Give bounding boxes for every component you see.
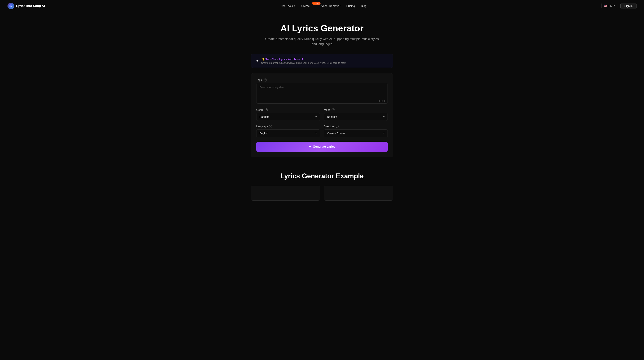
- logo-text: Lyrics Into Song AI: [16, 4, 45, 8]
- example-section: Lyrics Generator Example: [251, 169, 393, 200]
- promo-title: ✨ Turn Your Lyrics into Music!: [261, 58, 346, 61]
- nav-free-tools[interactable]: Free Tools ▾: [280, 4, 296, 7]
- language-structure-row: Language ? English Spanish French German…: [256, 125, 388, 137]
- structure-label: Structure ?: [324, 125, 388, 128]
- topic-label: Topic ?: [256, 78, 388, 81]
- generate-wrapper: ✦ Generate Lyrics: [256, 142, 388, 152]
- genre-select[interactable]: Random Pop Rock Hip-Hop R&B Country Jazz…: [256, 113, 320, 121]
- char-count: 0/1000: [378, 100, 386, 102]
- mood-select[interactable]: Random Happy Sad Energetic Calm Romantic…: [324, 113, 388, 121]
- structure-group: Structure ? Verse + Chorus Verse only Ch…: [324, 125, 388, 137]
- example-cards: [251, 185, 393, 200]
- navbar-nav: Free Tools ▾ Create 🔥 HOT Vocal Remover …: [280, 4, 366, 7]
- topic-textarea-wrapper: 0/1000: [256, 83, 388, 104]
- promo-text: ✨ Turn Your Lyrics into Music! Create an…: [261, 58, 346, 64]
- language-select[interactable]: English Spanish French German Italian Po…: [256, 129, 320, 137]
- language-help-icon[interactable]: ?: [269, 125, 272, 128]
- navbar-right: 🇺🇸 EN ⌃ Sign In: [602, 3, 636, 9]
- mood-group: Mood ? Random Happy Sad Energetic Calm R…: [324, 108, 388, 121]
- structure-help-icon[interactable]: ?: [336, 125, 339, 128]
- navbar: JJJ Lyrics Into Song AI Free Tools ▾ Cre…: [0, 0, 644, 12]
- mood-label: Mood ?: [324, 108, 388, 111]
- example-card-1: [251, 185, 320, 200]
- topic-group: Topic ? 0/1000: [256, 78, 388, 104]
- topic-input[interactable]: [256, 83, 388, 104]
- sign-in-button[interactable]: Sign In: [620, 3, 636, 9]
- nav-blog[interactable]: Blog: [361, 4, 366, 7]
- topic-help-icon[interactable]: ?: [264, 78, 266, 81]
- chevron-down-icon: ▾: [294, 5, 295, 7]
- hot-badge: 🔥 HOT: [312, 2, 320, 5]
- logo-icon: JJJ: [8, 2, 14, 9]
- page-subtitle: Create professional-quality lyrics quick…: [264, 36, 380, 46]
- sparkle-promo-icon: ✦: [256, 58, 259, 63]
- lang-code: EN: [608, 4, 612, 7]
- mood-help-icon[interactable]: ?: [332, 108, 334, 111]
- generate-label: Generate Lyrics: [313, 145, 335, 148]
- language-group: Language ? English Spanish French German…: [256, 125, 320, 137]
- structure-select[interactable]: Verse + Chorus Verse only Chorus only Ve…: [324, 129, 388, 137]
- page-title: AI Lyrics Generator: [251, 23, 393, 33]
- nav-create[interactable]: Create 🔥 HOT: [301, 4, 315, 7]
- language-label: Language ?: [256, 125, 320, 128]
- genre-label: Genre ?: [256, 108, 320, 111]
- genre-mood-row: Genre ? Random Pop Rock Hip-Hop R&B Coun…: [256, 108, 388, 121]
- generate-button[interactable]: ✦ Generate Lyrics: [256, 142, 388, 152]
- nav-vocal-remover[interactable]: Vocal Remover: [321, 4, 340, 7]
- genre-group: Genre ? Random Pop Rock Hip-Hop R&B Coun…: [256, 108, 320, 121]
- example-title: Lyrics Generator Example: [251, 172, 393, 180]
- main-content: AI Lyrics Generator Create professional-…: [247, 12, 397, 208]
- promo-banner[interactable]: ✦ ✨ Turn Your Lyrics into Music! Create …: [251, 54, 393, 68]
- logo[interactable]: JJJ Lyrics Into Song AI: [8, 2, 45, 9]
- sparkle-icon: ✦: [308, 145, 311, 149]
- chevron-down-icon: ⌃: [613, 4, 615, 7]
- example-card-2: [324, 185, 393, 200]
- language-selector[interactable]: 🇺🇸 EN ⌃: [602, 3, 618, 9]
- genre-help-icon[interactable]: ?: [265, 108, 268, 111]
- promo-subtitle: Create an amazing song with AI using you…: [261, 61, 346, 64]
- nav-pricing[interactable]: Pricing: [346, 4, 355, 7]
- form-card: Topic ? 0/1000 Genre ? Random Pop Rock H…: [251, 73, 393, 157]
- flag-icon: 🇺🇸: [604, 4, 607, 8]
- svg-text:JJJ: JJJ: [10, 5, 12, 7]
